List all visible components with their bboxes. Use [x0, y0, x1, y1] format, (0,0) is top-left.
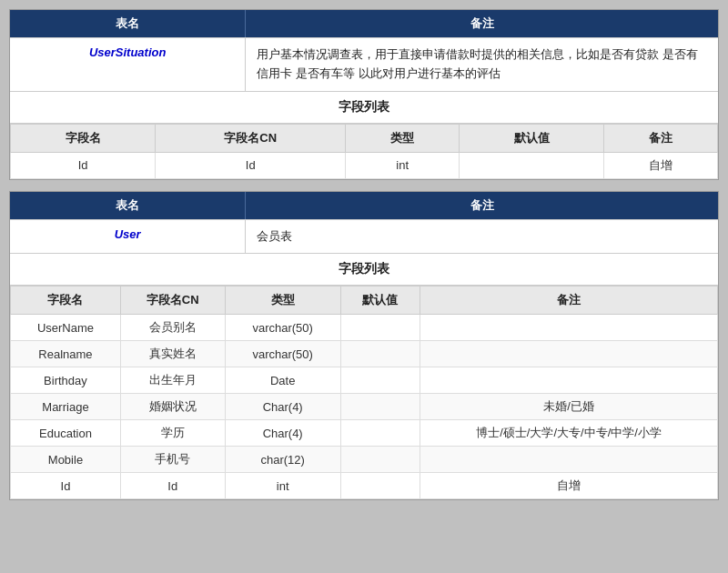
table-row: Realname真实姓名varchar(50) [11, 341, 718, 367]
card-user: 表名 备注 User 会员表 字段列表 字段名 字段名CN 类型 默认值 备注 … [9, 191, 719, 501]
table-cell-type: varchar(50) [225, 341, 340, 367]
table-cell-name_cn: Id [120, 473, 225, 499]
table-cell-name_cn: 学历 [120, 420, 225, 447]
table-row: UserName会员别名varchar(50) [11, 315, 718, 341]
table-cell-type: varchar(50) [225, 315, 340, 341]
card1-remark: 用户基本情况调查表，用于直接申请借款时提供的相关信息，比如是否有贷款 是否有信用… [246, 38, 718, 91]
card2-remark: 会员表 [246, 220, 718, 254]
card2-th-default: 默认值 [340, 286, 420, 315]
card2-th-remark: 备注 [420, 286, 718, 315]
card2-fields-title: 字段列表 [10, 254, 718, 286]
card2-header: 表名 备注 [10, 192, 718, 219]
table-cell-type: int [346, 152, 460, 178]
table-cell-type: int [225, 473, 340, 499]
card2-th-name-cn: 字段名CN [120, 286, 225, 315]
card1-th-remark: 备注 [604, 124, 718, 152]
card2-fields-section: 字段列表 字段名 字段名CN 类型 默认值 备注 UserName会员别名var… [10, 253, 718, 499]
card1-fields-title: 字段列表 [10, 92, 718, 124]
table-cell-type: char(12) [225, 447, 340, 473]
table-cell-name_cn: 真实姓名 [120, 341, 225, 367]
table-cell-remark: 自增 [420, 473, 718, 499]
table-cell-default [340, 315, 420, 341]
table-cell-remark [420, 367, 718, 394]
table-cell-default [340, 473, 420, 499]
table-cell-name: UserName [11, 315, 121, 341]
table-cell-remark: 自增 [604, 152, 718, 178]
table-cell-name: Id [11, 473, 121, 499]
card1-th-name-cn: 字段名CN [156, 124, 346, 152]
card2-th-type: 类型 [225, 286, 340, 315]
table-cell-name_cn: Id [156, 152, 346, 178]
table-cell-default [340, 447, 420, 473]
card2-data-row: User 会员表 [10, 219, 718, 254]
card2-header-col2: 备注 [246, 192, 718, 219]
table-cell-name: Mobile [11, 447, 121, 473]
table-cell-remark: 博士/硕士/大学/大专/中专/中学/小学 [420, 420, 718, 447]
card1-fields-table: 字段名 字段名CN 类型 默认值 备注 IdIdint自增 [10, 124, 718, 179]
card1-th-name: 字段名 [11, 124, 156, 152]
table-cell-remark [420, 341, 718, 367]
table-row: Education学历Char(4)博士/硕士/大学/大专/中专/中学/小学 [11, 420, 718, 447]
table-cell-default [340, 394, 420, 420]
table-row: IdIdint自增 [11, 473, 718, 499]
card1-header: 表名 备注 [10, 10, 718, 37]
table-cell-name_cn: 手机号 [120, 447, 225, 473]
table-cell-default [340, 341, 420, 367]
table-row: Mobile手机号char(12) [11, 447, 718, 473]
card-usersituation: 表名 备注 UserSituation 用户基本情况调查表，用于直接申请借款时提… [9, 9, 719, 180]
table-cell-name: Birthday [11, 367, 121, 394]
table-cell-remark [420, 315, 718, 341]
table-cell-type: Char(4) [225, 394, 340, 420]
card1-fields-section: 字段列表 字段名 字段名CN 类型 默认值 备注 IdIdint自增 [10, 91, 718, 179]
table-cell-default [460, 152, 604, 178]
card2-header-col1: 表名 [10, 192, 246, 219]
card1-header-col2: 备注 [246, 10, 718, 37]
table-cell-name: Id [11, 152, 156, 178]
table-row: Birthday出生年月Date [11, 367, 718, 394]
table-cell-name: Education [11, 420, 121, 447]
table-cell-name: Realname [11, 341, 121, 367]
table-cell-remark: 未婚/已婚 [420, 394, 718, 420]
card1-table-name: UserSituation [10, 38, 246, 91]
table-cell-type: Date [225, 367, 340, 394]
table-row: Marriage婚姻状况Char(4)未婚/已婚 [11, 394, 718, 420]
card1-data-row: UserSituation 用户基本情况调查表，用于直接申请借款时提供的相关信息… [10, 37, 718, 91]
card2-table-name: User [10, 220, 246, 254]
table-cell-default [340, 420, 420, 447]
card2-fields-header-row: 字段名 字段名CN 类型 默认值 备注 [11, 286, 718, 315]
table-cell-name: Marriage [11, 394, 121, 420]
table-cell-type: Char(4) [225, 420, 340, 447]
card2-th-name: 字段名 [11, 286, 121, 315]
table-cell-name_cn: 婚姻状况 [120, 394, 225, 420]
card1-th-type: 类型 [346, 124, 460, 152]
card2-fields-table: 字段名 字段名CN 类型 默认值 备注 UserName会员别名varchar(… [10, 286, 718, 499]
table-row: IdIdint自增 [11, 152, 718, 178]
card1-header-col1: 表名 [10, 10, 246, 37]
card1-fields-header-row: 字段名 字段名CN 类型 默认值 备注 [11, 124, 718, 152]
table-cell-remark [420, 447, 718, 473]
card1-th-default: 默认值 [460, 124, 604, 152]
table-cell-default [340, 367, 420, 394]
table-cell-name_cn: 会员别名 [120, 315, 225, 341]
table-cell-name_cn: 出生年月 [120, 367, 225, 394]
